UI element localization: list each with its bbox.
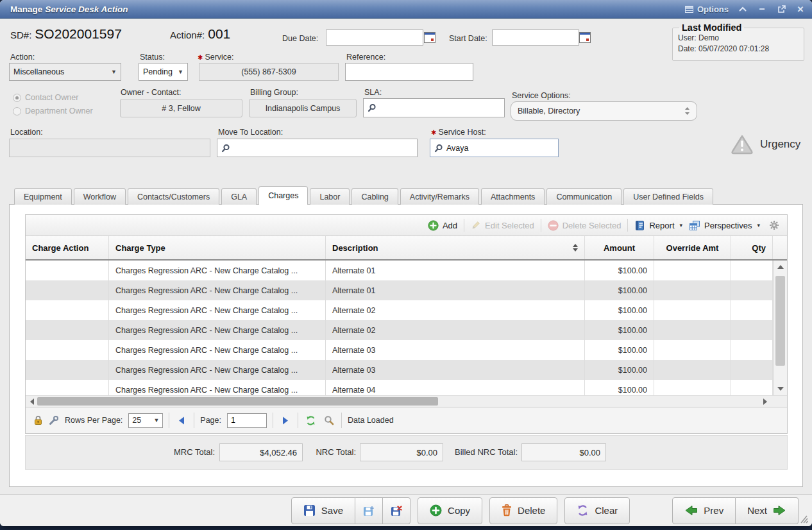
table-row[interactable]: Charges Regression ARC - New Charge Cata… — [26, 300, 787, 320]
cell-description: Alternate 03 — [326, 360, 585, 380]
perspectives-label: Perspectives — [704, 221, 752, 230]
sla-search-field[interactable] — [363, 98, 505, 117]
service-options-select[interactable]: Billable, Directory — [511, 101, 697, 121]
column-header-qty[interactable]: Qty — [731, 236, 773, 259]
tab-cabling[interactable]: Cabling — [351, 188, 398, 205]
horizontal-scrollbar[interactable] — [26, 395, 787, 407]
cell-qty — [731, 320, 773, 340]
action-number-value: 001 — [208, 26, 230, 42]
tab-communication[interactable]: Communication — [546, 188, 622, 205]
action-select[interactable]: Miscellaneous ▼ — [9, 63, 121, 81]
save-and-new-button[interactable] — [355, 497, 383, 524]
cell-amount: $100.00 — [585, 280, 654, 300]
table-row[interactable]: Charges Regression ARC - New Charge Cata… — [26, 320, 787, 340]
scroll-down-icon[interactable] — [774, 384, 787, 394]
resize-handle-icon[interactable] — [799, 515, 808, 524]
edit-selected-label: Edit Selected — [485, 221, 534, 230]
due-date-calendar-icon[interactable] — [424, 32, 436, 43]
horizontal-scrollbar-thumb[interactable] — [37, 397, 438, 406]
tab-workflow[interactable]: Workflow — [74, 188, 126, 205]
column-header-charge-action[interactable]: Charge Action — [26, 236, 109, 259]
save-button[interactable]: Save — [291, 497, 355, 524]
delete-button[interactable]: Delete — [489, 497, 557, 524]
table-row[interactable]: Charges Regression ARC - New Charge Cata… — [26, 280, 787, 300]
gear-icon — [769, 220, 779, 230]
table-row[interactable]: Charges Regression ARC - New Charge Cata… — [26, 360, 787, 380]
sort-arrows-icon[interactable] — [573, 244, 578, 252]
scroll-up-icon[interactable] — [774, 262, 787, 272]
options-button[interactable]: Options — [685, 4, 729, 14]
vertical-scrollbar[interactable] — [773, 261, 787, 395]
column-header-amount[interactable]: Amount — [585, 236, 654, 259]
minimize-button[interactable]: – — [757, 4, 767, 14]
tab-contacts-customers[interactable]: Contacts/Customers — [128, 188, 219, 205]
rows-per-page-select[interactable]: 25 ▼ — [128, 413, 163, 428]
wrench-icon[interactable] — [49, 415, 59, 425]
tab-charges[interactable]: Charges — [258, 186, 308, 205]
scroll-right-icon[interactable] — [760, 396, 770, 407]
tab-labor[interactable]: Labor — [310, 188, 350, 205]
urgency-indicator[interactable]: Urgency — [731, 134, 800, 155]
table-row[interactable]: Charges Regression ARC - New Charge Cata… — [26, 261, 787, 280]
close-button[interactable]: ✕ — [795, 4, 806, 14]
last-modified-date: Date: 05/07/2020 07:01:28 — [678, 44, 799, 55]
copy-button[interactable]: Copy — [418, 497, 482, 524]
save-plus-icon — [363, 505, 375, 517]
department-owner-radio[interactable]: Department Owner — [13, 107, 93, 115]
next-button[interactable]: Next — [736, 497, 799, 524]
column-header-charge-type[interactable]: Charge Type — [109, 236, 326, 259]
page-input[interactable] — [227, 413, 267, 428]
save-and-close-button[interactable] — [383, 497, 410, 524]
previous-page-button[interactable] — [175, 414, 188, 427]
prev-button[interactable]: Prev — [672, 497, 736, 524]
search-icon — [368, 103, 376, 112]
table-row[interactable]: Charges Regression ARC - New Charge Cata… — [26, 340, 787, 360]
table-row[interactable]: Charges Regression ARC - New Charge Cata… — [26, 380, 787, 395]
service-host-search-field[interactable]: Avaya — [430, 139, 559, 157]
add-button[interactable]: Add — [428, 220, 457, 231]
edit-selected-button[interactable]: Edit Selected — [471, 220, 534, 230]
start-date-input[interactable] — [492, 30, 579, 46]
report-menu-button[interactable]: Report ▾ — [634, 220, 682, 231]
tab-attachments[interactable]: Attachments — [481, 188, 545, 205]
save-button-group: Save — [291, 497, 410, 524]
tab-activity-remarks[interactable]: Activity/Remarks — [400, 188, 479, 205]
due-date-input[interactable] — [326, 30, 423, 46]
status-select[interactable]: Pending ▼ — [139, 63, 188, 81]
vertical-scrollbar-thumb[interactable] — [775, 276, 785, 366]
grid-settings-button[interactable] — [766, 220, 779, 230]
billed-nrc-total-label: Billed NRC Total: — [446, 443, 518, 461]
lock-icon[interactable] — [33, 415, 43, 425]
radio-selected-icon — [13, 94, 21, 102]
contact-owner-radio[interactable]: Contact Owner — [13, 93, 78, 102]
delete-selected-label: Delete Selected — [562, 221, 622, 230]
cell-charge-action — [26, 261, 109, 280]
tab-gla[interactable]: GLA — [221, 188, 257, 205]
cell-qty — [731, 340, 773, 360]
cell-amount: $100.00 — [585, 340, 654, 360]
tab-equipment[interactable]: Equipment — [14, 188, 72, 205]
service-host-value: Avaya — [446, 144, 469, 153]
required-icon: ✱ — [198, 54, 203, 61]
delete-selected-button[interactable]: Delete Selected — [548, 220, 622, 231]
start-date-calendar-icon[interactable] — [579, 32, 591, 43]
popout-button[interactable] — [776, 4, 786, 14]
search-icon — [221, 144, 230, 153]
dropdown-arrow-icon: ▼ — [153, 417, 159, 423]
reference-input[interactable] — [345, 63, 473, 81]
collapse-button[interactable] — [738, 4, 748, 14]
service-options-value: Billable, Directory — [518, 107, 580, 115]
clear-button[interactable]: Clear — [564, 497, 630, 524]
report-notebook-icon — [634, 220, 645, 231]
cell-charge-type: Charges Regression ARC - New Charge Cata… — [109, 380, 326, 395]
tab-user-defined-fields[interactable]: User Defined Fields — [623, 188, 713, 205]
column-header-override-amt[interactable]: Override Amt — [654, 236, 731, 259]
next-page-button[interactable] — [279, 414, 292, 427]
move-to-location-search-field[interactable] — [217, 139, 418, 157]
grid-search-button[interactable] — [323, 414, 335, 427]
urgency-warning-icon — [731, 134, 754, 155]
refresh-button[interactable] — [304, 414, 317, 427]
scroll-left-icon[interactable] — [27, 396, 37, 407]
perspectives-menu-button[interactable]: Perspectives ▾ — [689, 220, 760, 231]
column-header-description[interactable]: Description — [326, 236, 585, 259]
